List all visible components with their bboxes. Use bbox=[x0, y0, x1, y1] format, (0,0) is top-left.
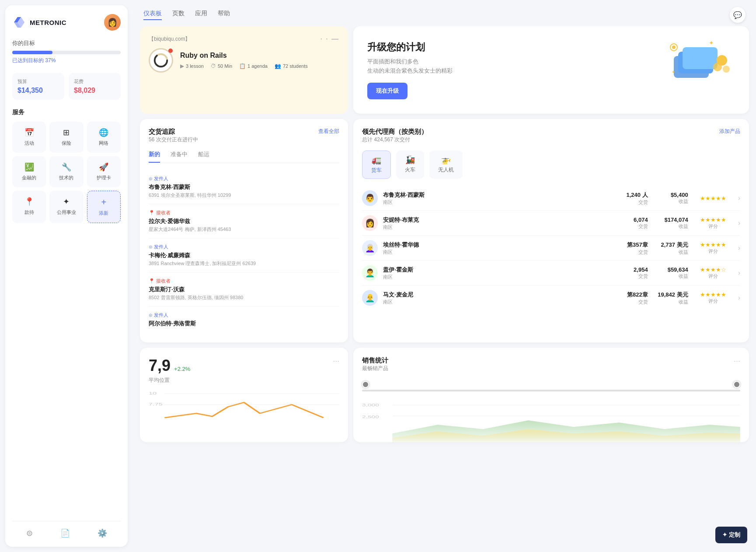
students-stat: 👥 72 students bbox=[275, 63, 308, 69]
dealer-arrow-0[interactable]: › bbox=[738, 194, 740, 202]
dealer-subtitle: 总计 424,567 次交付 bbox=[362, 136, 428, 143]
course-main: Ruby on Rails ▶ 3 lesson ⏱ 50 Min bbox=[149, 48, 339, 73]
stats-more-icon[interactable]: ··· bbox=[333, 356, 339, 366]
dealer-tab-drone[interactable]: 🚁 无人机 bbox=[429, 150, 463, 179]
truck-icon: 🚛 bbox=[372, 155, 381, 165]
shipment-item-3: ⊙ 发件人 卡梅伦·威廉姆森 3891 Ranchview 理查森博士, 加利福… bbox=[149, 238, 339, 273]
hospitality-icon: 📍 bbox=[24, 197, 34, 206]
stats-main: 7,9 +2.2% 平均位置 bbox=[149, 356, 190, 384]
finance-icon: 💹 bbox=[24, 162, 34, 172]
course-url-text: 【biqubiqu.com】 bbox=[149, 35, 190, 43]
receiver-icon-2: 📍 bbox=[149, 278, 156, 283]
shipment-header: 交货追踪 56 次交付正在进行中 查看全部 bbox=[149, 128, 339, 149]
dealer-arrow-3[interactable]: › bbox=[738, 269, 740, 277]
sender-icon-3: ⊙ bbox=[149, 312, 154, 318]
upgrade-button[interactable]: 现在升级 bbox=[367, 83, 408, 99]
students-value: 72 students bbox=[283, 63, 308, 69]
stats-change: +2.2% bbox=[174, 366, 190, 372]
dealer-stars-1 bbox=[693, 217, 733, 223]
sales-title-area: 销售统计 最畅销产品 bbox=[362, 356, 388, 379]
dealer-money-2: 2,737 美元 收益 bbox=[653, 241, 688, 255]
svg-point-10 bbox=[723, 66, 730, 73]
dealer-arrow-1[interactable]: › bbox=[738, 219, 740, 227]
service-item-tech[interactable]: 🔧 技术的 bbox=[49, 156, 83, 187]
course-stats: ▶ 3 lesson ⏱ 50 Min 📋 1 agenda bbox=[180, 63, 308, 69]
area-chart: 3,000 2,500 bbox=[362, 398, 740, 433]
svg-text:✦: ✦ bbox=[672, 70, 675, 74]
topnav-links: 仪表板 页数 应用 帮助 bbox=[143, 10, 230, 20]
dealer-trans-0: 1,240 人 bbox=[622, 191, 648, 199]
dealer-tab-truck[interactable]: 🚛 货车 bbox=[362, 150, 391, 179]
tab-preparing[interactable]: 准备中 bbox=[171, 150, 188, 163]
sales-more-icon[interactable]: ··· bbox=[734, 356, 740, 366]
shipment-card: 交货追踪 56 次交付正在进行中 查看全部 新的 准备中 船运 ⊙ 发件人 bbox=[140, 119, 348, 342]
upgrade-desc: 平面插图和我们多色 生动的未混合紫色头发女士的精彩 bbox=[367, 57, 453, 76]
tab-shipping[interactable]: 船运 bbox=[198, 150, 209, 163]
sender-icon-1: ⊙ bbox=[149, 176, 154, 181]
ship-name-2: 拉尔夫·爱德华兹 bbox=[149, 217, 339, 225]
shipment-item-5: ⊙ 发件人 阿尔伯特·弗洛雷斯 bbox=[149, 307, 339, 334]
sender-icon-2: ⊙ bbox=[149, 244, 154, 249]
dealer-row-4: 👨‍🦲 马文·麦金尼 南区 第822章 交货 19,842 美元 收益 bbox=[362, 286, 740, 310]
service-item-add[interactable]: + 添新 bbox=[87, 191, 121, 223]
dealer-stat-1: 6,074 交货 bbox=[622, 217, 648, 230]
budget-row: 预算 $14,350 花费 $8,029 bbox=[12, 73, 121, 100]
dealer-info-1: 安妮特·布莱克 南区 bbox=[383, 216, 616, 231]
svg-point-12 bbox=[672, 45, 676, 49]
expense-card: 花费 $8,029 bbox=[69, 73, 121, 100]
service-item-activity[interactable]: 📅 活动 bbox=[12, 122, 46, 153]
dealer-avatar-3: 👨‍🦱 bbox=[362, 265, 378, 281]
slider-handle-left[interactable] bbox=[362, 381, 369, 388]
svg-rect-7 bbox=[683, 47, 718, 69]
service-item-public[interactable]: ✦ 公用事业 bbox=[49, 191, 83, 223]
dealer-rating-label-3: 评分 bbox=[693, 273, 733, 279]
service-item-finance[interactable]: 💹 金融的 bbox=[12, 156, 46, 187]
view-all-link[interactable]: 查看全部 bbox=[318, 128, 339, 135]
dealer-region-1: 南区 bbox=[383, 224, 616, 231]
dealer-rating-area-3: 评分 bbox=[693, 266, 733, 279]
dealer-money-4: 19,842 美元 收益 bbox=[653, 291, 688, 305]
nav-apps[interactable]: 应用 bbox=[195, 10, 207, 20]
dealer-title: 领先代理商（按类别） bbox=[362, 128, 428, 136]
tab-new[interactable]: 新的 bbox=[149, 150, 160, 163]
avatar[interactable]: 👩 bbox=[104, 14, 121, 31]
svg-text:7.75: 7.75 bbox=[149, 402, 163, 406]
nav-dashboard[interactable]: 仪表板 bbox=[143, 10, 162, 20]
dealer-tab-train[interactable]: 🚂 火车 bbox=[396, 150, 424, 179]
dealer-rev-1: $174,074 bbox=[653, 217, 688, 223]
service-item-hospitality[interactable]: 📍 款待 bbox=[12, 191, 46, 223]
settings-icon[interactable]: ⚙️ bbox=[98, 528, 107, 538]
dealer-arrow-4[interactable]: › bbox=[738, 294, 740, 302]
shipment-title: 交货追踪 bbox=[149, 128, 198, 136]
budget-value: $14,350 bbox=[17, 87, 59, 94]
train-icon: 🚂 bbox=[405, 155, 415, 164]
dealer-trans-label-4: 交货 bbox=[622, 299, 648, 305]
lessons-value: 3 lesson bbox=[186, 63, 204, 69]
nav-pages[interactable]: 页数 bbox=[172, 10, 185, 20]
mini-chart: 10 7.75 bbox=[149, 389, 339, 424]
dealer-stat-4: 第822章 交货 bbox=[622, 291, 648, 305]
service-item-network[interactable]: 🌐 网络 bbox=[87, 122, 121, 153]
dealer-name-3: 盖伊·霍金斯 bbox=[383, 266, 616, 274]
course-dots[interactable]: · · — bbox=[320, 35, 339, 43]
service-label-public: 公用事业 bbox=[57, 209, 76, 216]
customize-button[interactable]: ✦ 定制 bbox=[715, 527, 747, 543]
layers-icon[interactable]: ⊜ bbox=[26, 528, 33, 538]
add-product-button[interactable]: 添加产品 bbox=[719, 128, 740, 135]
svg-text:✦: ✦ bbox=[709, 39, 714, 46]
students-icon: 👥 bbox=[275, 63, 281, 69]
dealer-row-1: 👩 安妮特·布莱克 南区 6,074 交货 $174,074 收益 bbox=[362, 211, 740, 236]
topnav: 仪表板 页数 应用 帮助 💬 bbox=[133, 0, 756, 26]
slider-handle-right[interactable] bbox=[733, 381, 740, 388]
service-item-insurance[interactable]: ⊞ 保险 bbox=[49, 122, 83, 153]
metronic-logo-icon bbox=[12, 15, 26, 29]
document-icon[interactable]: 📄 bbox=[60, 528, 70, 538]
budget-card: 预算 $14,350 bbox=[12, 73, 64, 100]
chat-icon-button[interactable]: 💬 bbox=[730, 7, 746, 23]
dealer-arrow-2[interactable]: › bbox=[738, 244, 740, 252]
nav-help[interactable]: 帮助 bbox=[218, 10, 230, 20]
sales-card: 销售统计 最畅销产品 ··· bbox=[353, 348, 749, 442]
service-label-activity: 活动 bbox=[24, 140, 34, 147]
service-item-nursing[interactable]: 🚀 护理卡 bbox=[87, 156, 121, 187]
dealer-trans-3: 2,954 bbox=[622, 266, 648, 273]
